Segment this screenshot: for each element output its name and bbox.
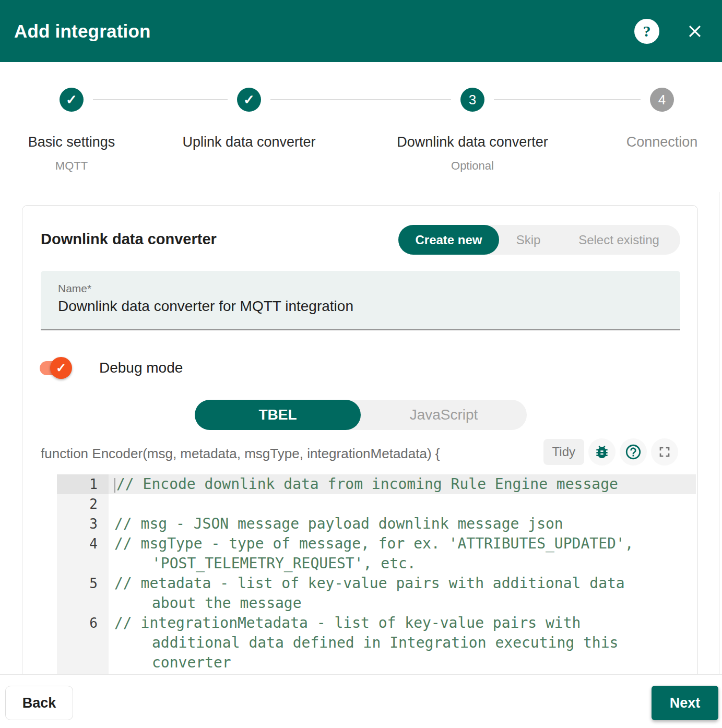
- tidy-button[interactable]: Tidy: [543, 439, 584, 465]
- text-cursor: [114, 478, 115, 493]
- mode-create-new-button[interactable]: Create new: [398, 225, 499, 255]
- line-number: 6: [57, 613, 109, 633]
- code-line: 3 // msg - JSON message payload downlink…: [57, 514, 696, 534]
- function-signature-row: function Encoder(msg, metadata, msgType,…: [22, 438, 697, 468]
- card-title: Downlink data converter: [41, 231, 217, 248]
- script-language-tabs: TBEL JavaScript: [195, 400, 527, 430]
- step-downlink-data-converter[interactable]: 3 Downlink data converter Optional: [384, 62, 561, 112]
- code-text: // msgType - type of message, for ex. 'A…: [109, 534, 696, 554]
- code-text: 'POST_TELEMETRY_REQUEST', etc.: [109, 554, 696, 574]
- step-label: Basic settings: [0, 134, 160, 150]
- code-text: // integrationMetadata - list of key-val…: [109, 613, 696, 633]
- back-button[interactable]: Back: [5, 686, 73, 720]
- wizard-stepper: ✓ Basic settings MQTT ✓ Uplink data conv…: [0, 62, 722, 192]
- code-text: converter: [109, 653, 696, 673]
- line-number: [57, 653, 109, 673]
- line-number: 3: [57, 514, 109, 534]
- dialog-content: Downlink data converter Create new Skip …: [0, 192, 722, 674]
- code-text: // Encode downlink data from incoming Ru…: [109, 474, 696, 494]
- name-field: Name*: [41, 271, 680, 330]
- name-input[interactable]: [58, 298, 653, 315]
- converter-mode-toggle: Create new Skip Select existing: [398, 225, 680, 255]
- line-number: 1: [57, 474, 109, 494]
- code-line-wrap: converter: [57, 653, 696, 673]
- line-number: [57, 554, 109, 574]
- function-signature: function Encoder(msg, metadata, msgType,…: [41, 446, 440, 462]
- name-field-label: Name*: [58, 282, 91, 295]
- check-icon: ✓: [56, 362, 66, 374]
- code-line: 4 // msgType - type of message, for ex. …: [57, 534, 696, 554]
- downlink-converter-card: Downlink data converter Create new Skip …: [22, 205, 698, 674]
- debug-bug-button[interactable]: [588, 438, 616, 466]
- line-number: [57, 633, 109, 653]
- question-mark-icon: ?: [643, 22, 651, 40]
- code-line-wrap: additional data defined in Integration e…: [57, 633, 696, 653]
- code-text: about the message: [109, 593, 696, 613]
- step-label: Uplink data converter: [160, 134, 338, 150]
- code-text: // msg - JSON message payload downlink m…: [109, 514, 696, 534]
- code-editor[interactable]: 1 // Encode downlink data from incoming …: [57, 474, 696, 674]
- debug-mode-toggle[interactable]: ✓: [40, 353, 86, 383]
- step-connection[interactable]: 4 Connection: [573, 62, 722, 112]
- line-number: 5: [57, 574, 109, 593]
- add-integration-dialog: Add integration ? ✓ Basic settings MQTT …: [0, 0, 722, 728]
- dialog-header: Add integration ?: [0, 0, 722, 62]
- toggle-thumb: ✓: [50, 357, 72, 379]
- fullscreen-icon: [656, 444, 673, 460]
- line-number: [57, 593, 109, 613]
- code-line: 1 // Encode downlink data from incoming …: [57, 474, 696, 494]
- mode-skip-button[interactable]: Skip: [499, 225, 558, 255]
- code-text: // metadata - list of key-value pairs wi…: [109, 574, 696, 593]
- step-uplink-data-converter[interactable]: ✓ Uplink data converter: [160, 62, 338, 112]
- editor-toolbar: Tidy: [543, 438, 678, 466]
- bug-icon: [594, 444, 610, 460]
- next-button[interactable]: Next: [652, 686, 718, 720]
- step-sublabel: Optional: [384, 159, 561, 173]
- step-done-check-icon: ✓: [237, 88, 261, 112]
- help-button[interactable]: ?: [634, 19, 659, 44]
- code-line: 5 // metadata - list of key-value pairs …: [57, 574, 696, 593]
- close-icon: [685, 21, 705, 41]
- tab-tbel[interactable]: TBEL: [195, 400, 361, 430]
- step-label: Downlink data converter: [384, 134, 561, 150]
- step-label: Connection: [573, 134, 722, 150]
- header-actions: ?: [634, 0, 706, 62]
- code-line-wrap: about the message: [57, 593, 696, 613]
- step-basic-settings[interactable]: ✓ Basic settings MQTT: [0, 62, 160, 112]
- line-number: 2: [57, 494, 109, 514]
- step-sublabel: MQTT: [0, 159, 160, 173]
- code-text: additional data defined in Integration e…: [109, 633, 696, 653]
- dialog-title: Add integration: [14, 21, 151, 42]
- debug-mode-row: ✓ Debug mode: [40, 353, 183, 383]
- step-number-badge: 4: [650, 88, 674, 112]
- content-scrollbar[interactable]: [719, 192, 719, 674]
- tab-javascript[interactable]: JavaScript: [361, 400, 527, 430]
- code-text: [109, 494, 696, 514]
- code-line-wrap: 'POST_TELEMETRY_REQUEST', etc.: [57, 554, 696, 574]
- debug-mode-label: Debug mode: [99, 360, 183, 376]
- fullscreen-button[interactable]: [651, 438, 678, 466]
- close-button[interactable]: [683, 20, 706, 43]
- code-line: 2: [57, 494, 696, 514]
- script-help-button[interactable]: [620, 438, 647, 466]
- step-number-badge: 3: [460, 88, 484, 112]
- mode-select-existing-button[interactable]: Select existing: [558, 225, 680, 255]
- step-done-check-icon: ✓: [60, 88, 84, 112]
- line-number: 4: [57, 534, 109, 554]
- code-line: 6 // integrationMetadata - list of key-v…: [57, 613, 696, 633]
- dialog-footer: Back Next: [0, 674, 722, 728]
- help-circle-icon: [624, 443, 642, 461]
